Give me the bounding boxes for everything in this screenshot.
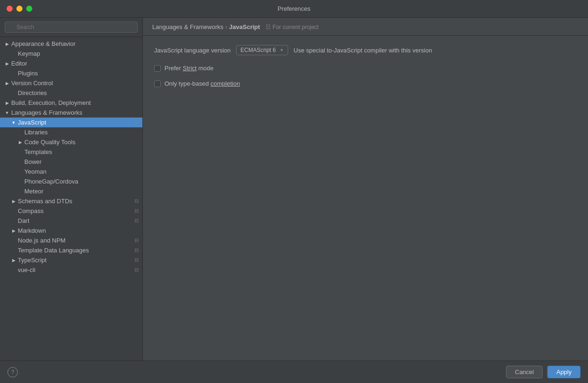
expand-arrow-icon <box>17 129 23 136</box>
settings-badge-icon: ⊟ <box>134 237 139 243</box>
sidebar-item-version-control[interactable]: ▶Version Control <box>0 78 142 88</box>
expand-arrow-icon <box>17 169 23 175</box>
sidebar-item-plugins[interactable]: Plugins <box>0 68 142 78</box>
expand-arrow-icon <box>10 218 17 224</box>
settings-badge-icon: ⊟ <box>134 119 139 125</box>
sidebar-item-bower[interactable]: Bower <box>0 157 142 167</box>
settings-badge-icon: ⊟ <box>134 267 139 273</box>
sidebar-item-label: vue-cli <box>18 266 133 273</box>
sidebar-item-yeoman[interactable]: Yeoman <box>0 167 142 177</box>
sidebar-item-label: PhoneGap/Cordova <box>24 178 139 185</box>
breadcrumb-part1: Languages & Frameworks <box>152 23 223 30</box>
settings-badge-icon: ⊟ <box>134 198 139 204</box>
sidebar-item-label: Plugins <box>18 70 139 77</box>
compiler-description: Use special to-JavaScript compiler with … <box>294 47 432 54</box>
expand-arrow-icon <box>10 51 17 57</box>
expand-arrow-icon: ▼ <box>4 110 10 116</box>
main-layout: ⚲ ▶Appearance & BehaviorKeymap▶EditorPlu… <box>0 18 588 361</box>
sidebar-item-templates[interactable]: Templates <box>0 147 142 157</box>
type-based-completion-label: Only type-based completion <box>164 80 240 87</box>
sidebar-item-schemas-dtds[interactable]: ▶Schemas and DTDs⊟ <box>0 196 142 206</box>
sidebar-item-directories[interactable]: Directories <box>0 88 142 98</box>
sidebar-item-dart[interactable]: Dart⊟ <box>0 216 142 226</box>
close-button[interactable] <box>7 6 13 12</box>
sidebar-item-label: Compass <box>18 207 133 214</box>
settings-badge-icon: ⊟ <box>134 208 139 214</box>
sidebar-item-appearance-behavior[interactable]: ▶Appearance & Behavior <box>0 39 142 49</box>
sidebar-item-code-quality-tools[interactable]: ▶Code Quality Tools <box>0 137 142 147</box>
sidebar-item-nodejs-npm[interactable]: Node.js and NPM⊟ <box>0 236 142 245</box>
expand-arrow-icon: ▼ <box>10 119 17 126</box>
sidebar-item-label: Appearance & Behavior <box>11 40 139 47</box>
search-input[interactable] <box>5 22 138 33</box>
sidebar-item-label: Meteor <box>24 188 139 195</box>
sidebar-item-label: Version Control <box>11 80 139 87</box>
expand-arrow-icon: ▶ <box>4 80 10 87</box>
cancel-button[interactable]: Cancel <box>506 366 543 378</box>
window-title: Preferences <box>277 5 310 12</box>
sidebar-item-typescript[interactable]: ▶TypeScript⊟ <box>0 255 142 265</box>
expand-arrow-icon: ▶ <box>10 257 17 264</box>
sidebar-item-label: Schemas and DTDs <box>18 198 133 205</box>
sidebar-item-compass[interactable]: Compass⊟ <box>0 206 142 216</box>
strict-mode-row: Prefer Strict mode <box>154 65 577 72</box>
settings-badge-icon: ⊟ <box>134 218 139 224</box>
apply-button[interactable]: Apply <box>547 366 581 378</box>
js-version-value: ECMAScript 6 <box>240 47 275 53</box>
expand-arrow-icon <box>10 70 17 77</box>
sidebar-item-javascript[interactable]: ▼JavaScript⊟ <box>0 118 142 127</box>
sidebar-item-build-execution[interactable]: ▶Build, Execution, Deployment <box>0 98 142 108</box>
sidebar-item-label: Bower <box>24 158 139 165</box>
footer-right: Cancel Apply <box>506 366 581 378</box>
help-button[interactable]: ? <box>7 367 18 377</box>
sidebar-item-libraries[interactable]: Libraries <box>0 127 142 137</box>
minimize-button[interactable] <box>16 6 22 12</box>
content-body: JavaScript language version ECMAScript 6… <box>143 36 588 361</box>
sidebar-item-template-data-languages[interactable]: Template Data Languages⊟ <box>0 245 142 255</box>
sidebar-item-phonegap-cordova[interactable]: PhoneGap/Cordova <box>0 177 142 186</box>
sidebar: ⚲ ▶Appearance & BehaviorKeymap▶EditorPlu… <box>0 18 143 361</box>
sidebar-item-meteor[interactable]: Meteor <box>0 186 142 196</box>
expand-arrow-icon <box>10 90 17 96</box>
maximize-button[interactable] <box>26 6 32 12</box>
sidebar-item-label: Build, Execution, Deployment <box>11 99 139 106</box>
sidebar-item-label: Editor <box>11 60 139 67</box>
sidebar-item-label: Code Quality Tools <box>24 139 139 146</box>
sidebar-item-languages-frameworks[interactable]: ▼Languages & Frameworks <box>0 108 142 118</box>
strict-mode-label: Prefer Strict mode <box>164 65 214 72</box>
expand-arrow-icon <box>10 267 17 273</box>
titlebar: Preferences <box>0 0 588 18</box>
expand-arrow-icon <box>17 159 23 165</box>
sidebar-item-label: Languages & Frameworks <box>11 109 139 116</box>
expand-arrow-icon <box>17 188 23 195</box>
expand-arrow-icon: ▶ <box>17 139 23 146</box>
expand-arrow-icon <box>17 178 23 185</box>
sidebar-item-label: Markdown <box>18 227 139 234</box>
js-version-dropdown[interactable]: ECMAScript 6 ▼ <box>236 45 288 55</box>
search-container: ⚲ <box>0 18 142 37</box>
content-header: Languages & Frameworks › JavaScript ☷ Fo… <box>143 18 588 36</box>
sidebar-item-markdown[interactable]: ▶Markdown <box>0 226 142 236</box>
sidebar-item-keymap[interactable]: Keymap <box>0 49 142 59</box>
sidebar-tree: ▶Appearance & BehaviorKeymap▶EditorPlugi… <box>0 37 142 361</box>
sidebar-item-label: Libraries <box>24 129 139 136</box>
js-version-row: JavaScript language version ECMAScript 6… <box>154 45 577 55</box>
breadcrumb-separator: › <box>225 23 227 30</box>
sidebar-item-vue-cli[interactable]: vue-cli⊟ <box>0 265 142 275</box>
sidebar-item-editor[interactable]: ▶Editor <box>0 59 142 68</box>
expand-arrow-icon: ▶ <box>4 60 10 67</box>
expand-arrow-icon <box>10 237 17 244</box>
footer: ? Cancel Apply <box>0 361 588 383</box>
search-wrapper: ⚲ <box>5 22 138 33</box>
settings-badge-icon: ⊟ <box>134 257 139 263</box>
strict-mode-checkbox[interactable] <box>154 65 161 72</box>
settings-badge-icon: ⊟ <box>134 247 139 253</box>
sidebar-item-label: TypeScript <box>18 257 133 264</box>
expand-arrow-icon: ▶ <box>4 41 10 47</box>
project-badge: ☷ For current project <box>266 24 319 30</box>
type-based-completion-checkbox[interactable] <box>154 81 161 87</box>
sidebar-item-label: Yeoman <box>24 168 139 175</box>
breadcrumb: Languages & Frameworks › JavaScript ☷ Fo… <box>152 23 579 30</box>
footer-left: ? <box>7 367 18 377</box>
expand-arrow-icon <box>17 149 23 155</box>
